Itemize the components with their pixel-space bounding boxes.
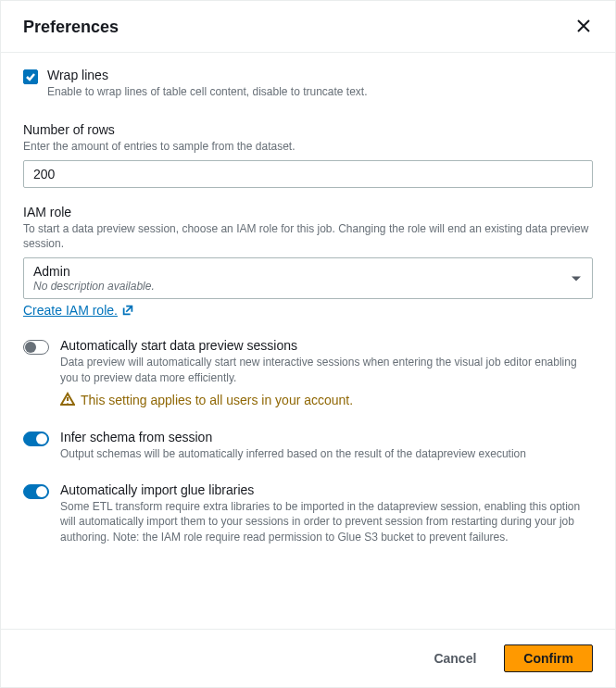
auto-start-toggle[interactable] (23, 340, 49, 355)
auto-import-label: Automatically import glue libraries (60, 482, 593, 497)
close-button[interactable] (574, 19, 593, 37)
iam-role-label: IAM role (23, 205, 593, 219)
modal-header: Preferences (1, 1, 615, 53)
wrap-lines-row: Wrap lines Enable to wrap lines of table… (23, 68, 593, 100)
close-icon (577, 19, 590, 35)
auto-import-toggle[interactable] (23, 484, 49, 499)
iam-role-selected: Admin (33, 264, 560, 279)
iam-role-select[interactable]: Admin No description available. (23, 257, 593, 299)
confirm-button[interactable]: Confirm (504, 644, 593, 672)
modal-footer: Cancel Confirm (1, 629, 615, 687)
wrap-lines-label: Wrap lines (47, 68, 368, 82)
cancel-button[interactable]: Cancel (415, 644, 495, 672)
auto-start-row: Automatically start data preview session… (23, 338, 593, 409)
wrap-lines-text: Wrap lines Enable to wrap lines of table… (47, 68, 368, 100)
create-iam-role-row: Create IAM role. (23, 303, 593, 318)
chevron-down-icon (572, 276, 581, 281)
number-of-rows-group: Number of rows Enter the amount of entri… (23, 122, 593, 188)
iam-role-desc: To start a data preview session, choose … (23, 221, 593, 253)
wrap-lines-checkbox[interactable] (23, 69, 38, 84)
iam-role-group: IAM role To start a data preview session… (23, 205, 593, 319)
infer-schema-label: Infer schema from session (60, 430, 593, 444)
number-of-rows-label: Number of rows (23, 122, 593, 137)
infer-schema-content: Infer schema from session Output schemas… (60, 430, 593, 462)
wrap-lines-desc: Enable to wrap lines of table cell conte… (47, 84, 368, 100)
preferences-modal: Preferences Wrap lines Enable to wrap li… (0, 0, 616, 688)
auto-import-desc: Some ETL transform require extra librari… (60, 499, 593, 545)
auto-start-content: Automatically start data preview session… (60, 338, 593, 409)
create-iam-role-link[interactable]: Create IAM role. (23, 303, 118, 318)
modal-title: Preferences (23, 18, 119, 37)
iam-role-selected-desc: No description available. (33, 280, 560, 293)
number-of-rows-desc: Enter the amount of entries to sample fr… (23, 139, 593, 155)
auto-import-row: Automatically import glue libraries Some… (23, 482, 593, 545)
infer-schema-desc: Output schemas will be automatically inf… (60, 446, 593, 462)
auto-start-warning: This setting applies to all users in you… (60, 392, 593, 409)
auto-start-desc: Data preview will automatically start ne… (60, 355, 593, 386)
auto-start-warning-text: This setting applies to all users in you… (81, 393, 353, 407)
infer-schema-toggle[interactable] (23, 432, 49, 446)
auto-start-label: Automatically start data preview session… (60, 338, 593, 353)
number-of-rows-input[interactable] (23, 160, 593, 188)
auto-import-content: Automatically import glue libraries Some… (60, 482, 593, 545)
infer-schema-row: Infer schema from session Output schemas… (23, 430, 593, 462)
warning-icon (60, 392, 75, 409)
modal-body: Wrap lines Enable to wrap lines of table… (1, 53, 615, 629)
external-link-icon (121, 304, 134, 317)
